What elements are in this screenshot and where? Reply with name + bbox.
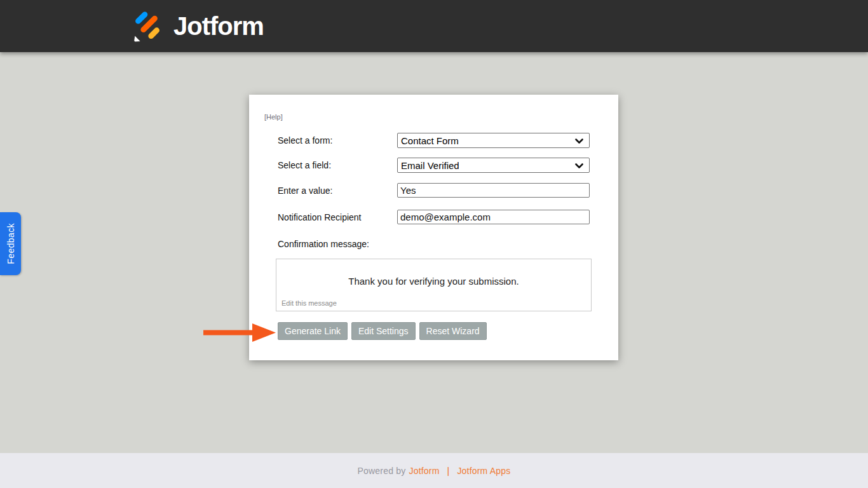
app-header: Jotform (0, 0, 868, 52)
jotform-footer-link[interactable]: Jotform (409, 466, 439, 476)
select-form-label: Select a form: (278, 135, 397, 146)
chevron-down-icon (575, 139, 583, 144)
value-input[interactable] (397, 183, 590, 198)
confirmation-message-box: Thank you for verifying your submission.… (276, 259, 592, 311)
powered-by-text: Powered by (358, 466, 406, 476)
field-select-value: Email Verified (401, 160, 459, 171)
enter-value-label: Enter a value: (278, 186, 397, 196)
form-select-row: Select a form: Contact Form (278, 133, 590, 148)
confirmation-message-text: Thank you for verifying your submission. (276, 276, 591, 287)
confirmation-message-label: Confirmation message: (278, 239, 369, 249)
jotform-logo[interactable]: Jotform (130, 0, 264, 52)
field-select-row: Select a field: Email Verified (278, 158, 590, 173)
edit-settings-button[interactable]: Edit Settings (351, 322, 416, 340)
recipient-input-row: Notification Recipient (278, 210, 590, 224)
wizard-button-row: Generate Link Edit Settings Reset Wizard (278, 322, 487, 340)
reset-wizard-button[interactable]: Reset Wizard (419, 322, 487, 340)
edit-message-link[interactable]: Edit this message (281, 299, 337, 307)
form-select-value: Contact Form (401, 135, 459, 146)
help-link[interactable]: [Help] (264, 113, 283, 121)
recipient-input[interactable] (397, 210, 590, 224)
jotform-logo-icon (130, 9, 163, 43)
jotform-wordmark: Jotform (173, 0, 264, 52)
footer-separator: | (447, 466, 450, 476)
form-select[interactable]: Contact Form (397, 133, 590, 148)
chevron-down-icon (575, 163, 583, 169)
value-input-row: Enter a value: (278, 183, 590, 198)
wizard-card: [Help] Select a form: Contact Form Selec… (249, 95, 618, 360)
field-select[interactable]: Email Verified (397, 158, 590, 173)
generate-link-button[interactable]: Generate Link (278, 322, 348, 340)
feedback-tab[interactable]: Feedback (0, 212, 21, 275)
select-field-label: Select a field: (278, 160, 397, 170)
jotform-apps-link[interactable]: Jotform Apps (457, 466, 510, 476)
feedback-tab-label: Feedback (6, 223, 16, 264)
notification-recipient-label: Notification Recipient (278, 212, 397, 222)
page-footer: Powered by Jotform | Jotform Apps (0, 453, 868, 488)
